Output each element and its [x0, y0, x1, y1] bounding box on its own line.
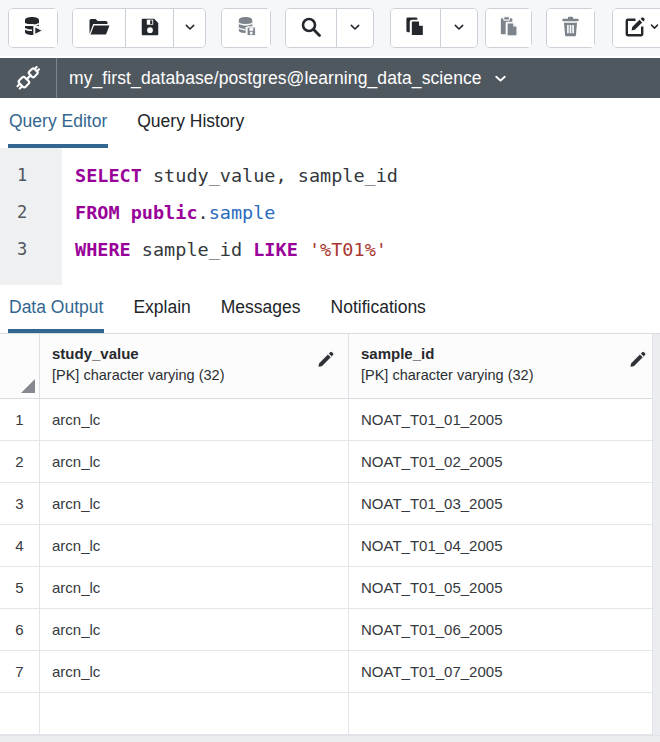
cell-sample-id[interactable]: NOAT_T01_02_2005: [349, 441, 660, 482]
column-name: study_value: [52, 344, 314, 363]
sql-text: study_value, sample_id: [142, 165, 398, 186]
table-row-empty: [0, 693, 660, 735]
copy-options-dropdown[interactable]: [440, 9, 477, 47]
table-row: 4 arcn_lc NOAT_T01_04_2005: [0, 525, 660, 567]
delete-button[interactable]: [547, 9, 594, 47]
column-header-study-value[interactable]: study_value [PK] character varying (32): [40, 334, 349, 398]
table-row: 7 arcn_lc NOAT_T01_07_2005: [0, 651, 660, 693]
cell-sample-id[interactable]: NOAT_T01_03_2005: [349, 483, 660, 524]
row-number[interactable]: 6: [0, 609, 40, 650]
execute-group: [8, 8, 58, 48]
chevron-down-icon: [451, 19, 467, 38]
connection-label: my_first_database/postgres@learning_data…: [69, 68, 482, 89]
cell-study-value[interactable]: arcn_lc: [40, 609, 349, 650]
edit-group: [612, 8, 660, 48]
sql-line-2: FROM public.sample: [75, 194, 398, 231]
select-all-corner[interactable]: [0, 334, 40, 398]
copy-group: [390, 8, 478, 48]
execute-script-button[interactable]: [9, 9, 57, 47]
cell-study-value[interactable]: arcn_lc: [40, 441, 349, 482]
save-options-dropdown[interactable]: [173, 9, 205, 47]
row-number[interactable]: 3: [0, 483, 40, 524]
connection-dropdown[interactable]: my_first_database/postgres@learning_data…: [0, 58, 660, 98]
paste-icon: [497, 15, 520, 41]
sql-editor[interactable]: 1 2 3 SELECT study_value, sample_id FROM…: [0, 148, 660, 285]
sql-string: '%T01%': [309, 239, 387, 260]
sql-keyword: SELECT: [75, 165, 142, 186]
edit-column-pencil-icon[interactable]: [628, 349, 648, 373]
save-data-changes-button[interactable]: [222, 9, 270, 47]
cell-study-value[interactable]: arcn_lc: [40, 567, 349, 608]
cell-study-value[interactable]: arcn_lc: [40, 525, 349, 566]
tab-explain[interactable]: Explain: [132, 285, 191, 333]
cell-study-value[interactable]: arcn_lc: [40, 399, 349, 440]
horizontal-scrollbar[interactable]: [0, 735, 660, 742]
sql-identifier: sample: [209, 202, 276, 223]
column-header-sample-id[interactable]: sample_id [PK] character varying (32): [349, 334, 660, 398]
chevron-down-icon: [648, 20, 660, 36]
column-type: [PK] character varying (32): [52, 366, 314, 385]
line-number-gutter: 1 2 3: [0, 148, 62, 285]
row-number[interactable]: 2: [0, 441, 40, 482]
row-number[interactable]: [0, 693, 40, 734]
row-number[interactable]: 1: [0, 399, 40, 440]
delete-group: [546, 8, 595, 48]
copy-button[interactable]: [391, 9, 440, 47]
table-row: 1 arcn_lc NOAT_T01_01_2005: [0, 399, 660, 441]
cell-sample-id[interactable]: NOAT_T01_06_2005: [349, 609, 660, 650]
output-tabbar: Data Output Explain Messages Notificatio…: [0, 285, 660, 333]
paste-button[interactable]: [486, 9, 531, 47]
file-group: [72, 8, 206, 48]
cell-sample-id[interactable]: NOAT_T01_07_2005: [349, 651, 660, 692]
find-options-dropdown[interactable]: [336, 9, 373, 47]
row-number[interactable]: 7: [0, 651, 40, 692]
table-row: 3 arcn_lc NOAT_T01_03_2005: [0, 483, 660, 525]
sql-keyword: LIKE: [253, 239, 298, 260]
search-icon: [299, 15, 323, 42]
paste-group: [485, 8, 532, 48]
cell-sample-id[interactable]: NOAT_T01_05_2005: [349, 567, 660, 608]
tab-data-output[interactable]: Data Output: [8, 285, 104, 333]
save-file-button[interactable]: [125, 9, 173, 47]
open-file-button[interactable]: [73, 9, 125, 47]
find-group: [285, 8, 374, 48]
cell-sample-id[interactable]: NOAT_T01_04_2005: [349, 525, 660, 566]
row-number[interactable]: 5: [0, 567, 40, 608]
sql-keyword: WHERE: [75, 239, 131, 260]
trash-icon: [559, 15, 582, 41]
tab-query-editor[interactable]: Query Editor: [8, 98, 108, 148]
cell-study-value[interactable]: arcn_lc: [40, 483, 349, 524]
cell-empty[interactable]: [40, 693, 349, 734]
cell-study-value[interactable]: arcn_lc: [40, 651, 349, 692]
chevron-down-icon: [182, 19, 198, 38]
sql-text: sample_id: [131, 239, 254, 260]
table-row: 5 arcn_lc NOAT_T01_05_2005: [0, 567, 660, 609]
tab-query-history[interactable]: Query History: [136, 98, 245, 148]
sql-keyword: public: [131, 202, 198, 223]
edit-menu-button[interactable]: [613, 9, 660, 47]
find-button[interactable]: [286, 9, 336, 47]
save-data-group: [221, 8, 271, 48]
sql-text: .: [198, 202, 209, 223]
table-row: 2 arcn_lc NOAT_T01_02_2005: [0, 441, 660, 483]
select-all-triangle-icon: [21, 379, 35, 393]
cell-sample-id[interactable]: NOAT_T01_01_2005: [349, 399, 660, 440]
tab-messages[interactable]: Messages: [220, 285, 302, 333]
edit-column-pencil-icon[interactable]: [316, 349, 336, 373]
results-grid: study_value [PK] character varying (32) …: [0, 333, 660, 742]
sql-line-1: SELECT study_value, sample_id: [75, 157, 398, 194]
column-type: [PK] character varying (32): [361, 366, 626, 385]
tab-notifications[interactable]: Notifications: [330, 285, 427, 333]
plug-connected-icon: [0, 63, 56, 93]
save-icon: [139, 16, 161, 41]
chevron-down-icon: [347, 19, 363, 38]
sql-code: SELECT study_value, sample_id FROM publi…: [62, 148, 398, 285]
chevron-down-icon: [492, 70, 509, 87]
query-toolbar: [0, 0, 660, 56]
column-name: sample_id: [361, 344, 626, 363]
row-number[interactable]: 4: [0, 525, 40, 566]
database-play-icon: [21, 15, 45, 42]
vertical-scrollbar[interactable]: [652, 334, 660, 742]
cell-empty[interactable]: [349, 693, 660, 734]
sql-text: [298, 239, 309, 260]
